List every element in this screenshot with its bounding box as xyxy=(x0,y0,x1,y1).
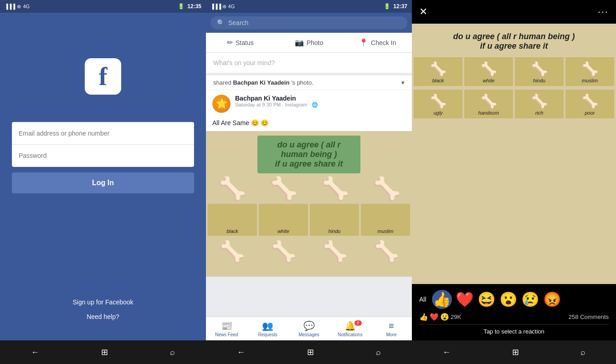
time-display: 12:35 xyxy=(187,3,201,10)
viewer-topbar: ✕ ··· xyxy=(412,0,616,24)
email-field[interactable] xyxy=(12,122,194,144)
skeleton-labels-row1: black white hindu muslim xyxy=(206,202,412,238)
search-button-viewer[interactable]: ⌕ xyxy=(580,348,585,357)
signup-link[interactable]: Sign up for Facebook xyxy=(72,298,133,306)
feed-panel: ▐▐▐ ⊛ 4G 🔋 12:37 🔍 Search ✏ Status 📷 Pho… xyxy=(206,0,412,364)
login-panel: ▐▐▐ ⊛ 4G 🔋 12:35 f Log In Sign up for Fa… xyxy=(0,0,206,364)
viewer-image-container: do u agree ( all r human being ) if u ag… xyxy=(412,24,616,284)
close-button[interactable]: ✕ xyxy=(419,6,427,18)
whats-on-mind[interactable]: What's on your mind? xyxy=(206,53,412,76)
viewer-cell-muslim: 🦴 muslim xyxy=(565,57,614,86)
tap-reaction-text[interactable]: Tap to select a reaction xyxy=(419,324,609,335)
viewer-label-black: black xyxy=(432,78,444,83)
skeleton-figure-7: 🦴 xyxy=(322,239,348,264)
sad-reaction[interactable]: 😢 xyxy=(521,291,539,308)
login-links: Sign up for Facebook Need help? xyxy=(72,298,133,328)
viewer-cell-handsom: 🦴 handsom xyxy=(464,90,513,118)
search-button-feed[interactable]: ⌕ xyxy=(376,348,381,357)
viewer-label-white: white xyxy=(483,78,495,83)
feed-time-display: 12:37 xyxy=(393,3,407,10)
login-button[interactable]: Log In xyxy=(12,172,194,193)
reaction-count-value: 29K xyxy=(451,313,461,320)
back-button-feed[interactable]: ← xyxy=(237,348,245,357)
skeleton-figure-3: 🦴 xyxy=(321,176,349,202)
reaction-counts: 👍 ❤️ 😮 29K 258 Comments xyxy=(419,313,609,321)
label-muslim: muslim xyxy=(361,204,410,236)
search-icon: 🔍 xyxy=(217,19,225,26)
checkin-label: Check In xyxy=(371,39,396,46)
checkin-tab[interactable]: 📍 Check In xyxy=(343,33,412,52)
photo-tab[interactable]: 📷 Photo xyxy=(275,33,344,52)
bottom-nav: 📰 News Feed 👥 Requests 💬 Messages 🔔 Noti… xyxy=(206,317,412,340)
viewer-reactions: All 👍 ❤️ 😆 😮 😢 😡 👍 ❤️ 😮 29K 258 Comments… xyxy=(412,284,616,340)
fb-f-letter: f xyxy=(99,64,108,89)
feed-status-right: 🔋 12:37 xyxy=(384,3,407,10)
requests-icon: 👥 xyxy=(262,320,273,331)
skeleton-figure-5: 🦴 xyxy=(219,239,245,264)
search-button-login[interactable]: ⌕ xyxy=(170,348,175,357)
viewer-cell-hindu: 🦴 hindu xyxy=(515,57,564,86)
taskbar-login: ← ⊞ ⌕ xyxy=(0,340,206,364)
feed-wifi-icon: ⊛ xyxy=(222,4,226,9)
skeleton-image: do u agree ( all r human being ) if u ag… xyxy=(206,131,412,277)
back-button-login[interactable]: ← xyxy=(31,348,39,357)
status-label: Status xyxy=(236,39,254,46)
feed-data-icon: 4G xyxy=(228,4,235,9)
viewer-cell-rich: 🦴 rich xyxy=(515,90,564,118)
label-black: black xyxy=(208,204,257,236)
messages-icon: 💬 xyxy=(303,320,315,331)
viewer-image-title: do u agree ( all r human being ) if u ag… xyxy=(448,24,579,56)
messages-label: Messages xyxy=(298,332,319,337)
viewer-skeleton-7: 🦴 xyxy=(531,93,548,109)
label-hindu: hindu xyxy=(310,204,359,236)
love-reaction[interactable]: ❤️ xyxy=(456,291,474,308)
like-count-icon: 👍 xyxy=(419,313,428,321)
status-right: 🔋 12:35 xyxy=(178,3,201,10)
post-image[interactable]: do u agree ( all r human being ) if u ag… xyxy=(206,131,412,277)
status-icon: ✏ xyxy=(227,38,233,47)
home-button-feed[interactable]: ⊞ xyxy=(307,347,314,357)
more-options-button[interactable]: ··· xyxy=(598,6,609,18)
viewer-skeleton-3: 🦴 xyxy=(531,61,548,77)
home-button-viewer[interactable]: ⊞ xyxy=(512,347,519,357)
viewer-top-grid: 🦴 black 🦴 white 🦴 hindu 🦴 muslim xyxy=(412,56,616,88)
help-link[interactable]: Need help? xyxy=(72,313,133,320)
viewer-label-ugly: ugly xyxy=(433,110,442,116)
like-reaction[interactable]: 👍 xyxy=(432,290,452,309)
author-name: Bachpan Ki Yaadein xyxy=(235,95,406,102)
overlay-line2: if u agree share it xyxy=(271,159,347,169)
search-input-wrapper[interactable]: 🔍 Search xyxy=(210,16,407,29)
data-icon: 4G xyxy=(23,4,30,9)
nav-notifications[interactable]: 🔔 Notifications 7 xyxy=(329,320,370,337)
more-icon: ≡ xyxy=(389,321,394,331)
viewer-skeleton-5: 🦴 xyxy=(430,93,447,109)
taskbar-viewer: ← ⊞ ⌕ xyxy=(412,340,616,364)
feed-scroll[interactable]: shared Bachpan Ki Yaadein 's photo. ▾ 🌟 … xyxy=(206,76,412,317)
haha-reaction[interactable]: 😆 xyxy=(477,291,496,308)
wow-reaction[interactable]: 😮 xyxy=(499,291,518,308)
nav-news-feed[interactable]: 📰 News Feed xyxy=(206,320,247,337)
author-info: Bachpan Ki Yaadein Saturday at 9:30 PM ·… xyxy=(235,95,406,108)
password-field[interactable] xyxy=(12,144,194,167)
search-bar[interactable]: 🔍 Search xyxy=(206,13,412,33)
nav-requests[interactable]: 👥 Requests xyxy=(247,320,288,337)
news-feed-label: News Feed xyxy=(215,332,238,337)
reaction-emoji-row: All 👍 ❤️ 😆 😮 😢 😡 xyxy=(419,290,609,309)
nav-more[interactable]: ≡ More xyxy=(371,321,412,337)
wow-count-icon: 😮 xyxy=(440,313,449,321)
viewer-skeleton-2: 🦴 xyxy=(480,61,497,77)
status-tab[interactable]: ✏ Status xyxy=(206,33,275,52)
angry-reaction[interactable]: 😡 xyxy=(543,291,561,308)
chevron-down-icon[interactable]: ▾ xyxy=(401,79,405,86)
nav-messages[interactable]: 💬 Messages xyxy=(288,320,329,337)
home-button-login[interactable]: ⊞ xyxy=(101,347,108,357)
viewer-label-hindu: hindu xyxy=(533,78,545,83)
viewer-label-handsom: handsom xyxy=(478,110,499,116)
notifications-label: Notifications xyxy=(338,332,362,337)
back-button-viewer[interactable]: ← xyxy=(442,348,451,357)
overlay-line1: do u agree ( all r human being ) xyxy=(271,140,347,159)
viewer-cell-white: 🦴 white xyxy=(464,57,513,86)
notifications-badge: 7 xyxy=(354,320,362,326)
viewer-skeleton-8: 🦴 xyxy=(581,93,598,109)
viewer-label-rich: rich xyxy=(535,110,544,116)
